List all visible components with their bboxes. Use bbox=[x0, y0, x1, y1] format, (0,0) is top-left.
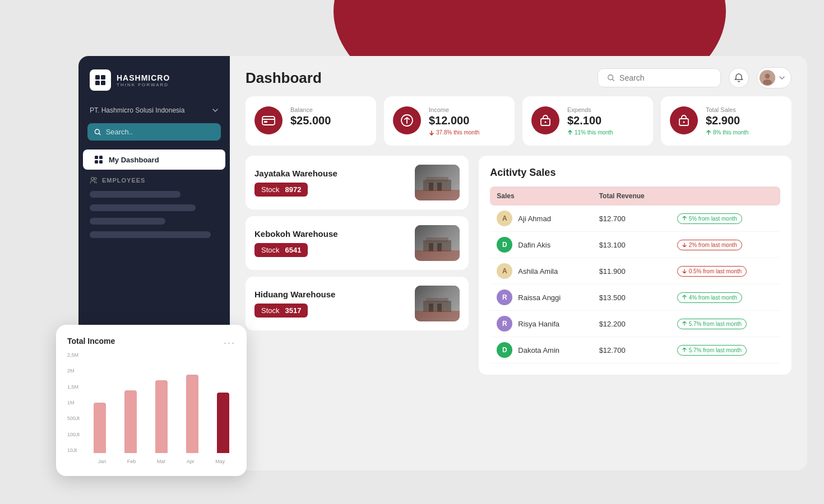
chart-bar[interactable] bbox=[124, 390, 137, 453]
income-value: $12.000 bbox=[429, 114, 506, 127]
warehouse-name: Hiduang Warehouse bbox=[254, 290, 415, 299]
sidebar-item-dashboard[interactable]: My Dashboard bbox=[83, 150, 225, 170]
warehouse-list: Jayataka Warehouse Stock 8972 bbox=[246, 156, 469, 375]
y-label: 100Jt bbox=[67, 432, 85, 437]
sidebar-search-box[interactable] bbox=[87, 123, 221, 141]
chevron-down-icon bbox=[779, 74, 785, 81]
change-badge: 2% from last month bbox=[677, 240, 742, 250]
warehouse-illustration bbox=[423, 295, 451, 312]
stat-card-totalsales: Total Sales $2.900 8% this month bbox=[661, 96, 791, 146]
expends-info: Expends $2.100 11% this month bbox=[567, 106, 644, 136]
balance-value: $25.000 bbox=[290, 114, 367, 127]
bar-group bbox=[87, 352, 113, 453]
notification-button[interactable] bbox=[729, 68, 749, 88]
warehouse-thumbnail-kebokoh bbox=[415, 225, 460, 261]
sidebar-search-input[interactable] bbox=[106, 128, 214, 136]
main-content: Dashboard bbox=[230, 56, 807, 470]
sales-person-cell: A Ashila Amila bbox=[490, 258, 592, 284]
table-row: R Risya Hanifa $12.200 5.7% from last mo… bbox=[490, 311, 780, 337]
stock-label: Stock bbox=[261, 306, 280, 315]
chart-menu-button[interactable]: ... bbox=[224, 335, 235, 347]
chart-bar[interactable] bbox=[94, 403, 106, 453]
header: Dashboard bbox=[230, 56, 807, 96]
thumb-detail bbox=[415, 311, 460, 321]
sidebar-logo: HASHMICRO THINK FORWARD bbox=[78, 69, 230, 102]
table-row: D Dakota Amin $12.700 5.7% from last mon… bbox=[490, 337, 780, 363]
header-right bbox=[598, 67, 791, 88]
svg-rect-16 bbox=[264, 121, 267, 123]
totalsales-icon bbox=[670, 106, 698, 134]
thumb-inner bbox=[415, 165, 460, 200]
warehouse-illustration bbox=[423, 174, 451, 191]
chart-bar[interactable] bbox=[186, 375, 198, 453]
warehouse-thumbnail-jayataka bbox=[415, 165, 460, 200]
dashboard-icon bbox=[94, 155, 103, 164]
chart-header: Total Income ... bbox=[67, 335, 235, 347]
revenue-cell: $13.500 bbox=[592, 284, 670, 311]
svg-rect-23 bbox=[426, 177, 448, 181]
expends-label: Expends bbox=[567, 106, 644, 113]
svg-rect-7 bbox=[95, 160, 98, 164]
skeleton-item bbox=[90, 231, 211, 238]
change-badge: 4% from last month bbox=[677, 292, 742, 303]
up-arrow-icon bbox=[567, 130, 573, 136]
chart-card: Total Income ... 2,5M2M1,5M1M500Jt100Jt1… bbox=[56, 325, 247, 476]
stat-cards: Balance $25.000 Income $12.000 bbox=[246, 96, 791, 146]
stat-card-expends: Expends $2.100 11% this month bbox=[522, 96, 653, 146]
col-change bbox=[670, 186, 780, 206]
warehouse-card-jayataka: Jayataka Warehouse Stock 8972 bbox=[246, 156, 469, 209]
income-icon bbox=[393, 106, 421, 134]
chart-bar[interactable] bbox=[217, 393, 229, 453]
search-icon bbox=[607, 73, 615, 82]
svg-point-14 bbox=[763, 80, 772, 85]
warehouse-info-hiduang: Hiduang Warehouse Stock 3517 bbox=[254, 290, 415, 318]
search-icon bbox=[94, 128, 101, 136]
change-badge: 5% from last month bbox=[677, 213, 742, 224]
change-cell: 4% from last month bbox=[670, 284, 780, 311]
expends-icon bbox=[531, 106, 559, 134]
user-avatar-button[interactable] bbox=[757, 67, 791, 88]
header-search-bar[interactable] bbox=[598, 68, 721, 87]
change-badge: 5.7% from last month bbox=[677, 345, 747, 356]
svg-rect-5 bbox=[95, 156, 98, 159]
revenue-cell: $12.700 bbox=[592, 206, 670, 232]
income-change-text: 37.8% this month bbox=[436, 129, 479, 136]
chevron-down-icon bbox=[212, 107, 219, 114]
svg-rect-27 bbox=[426, 237, 448, 242]
up-arrow-icon bbox=[706, 130, 711, 136]
change-badge: 0.5% from last month bbox=[677, 266, 747, 277]
warehouse-card-hiduang: Hiduang Warehouse Stock 3517 bbox=[246, 277, 469, 330]
thumb-detail bbox=[415, 190, 460, 200]
svg-rect-15 bbox=[262, 116, 275, 125]
company-selector[interactable]: PT. Hashmicro Solusi Indonesia bbox=[78, 102, 230, 119]
change-badge: 5.7% from last month bbox=[677, 319, 747, 329]
change-cell: 5.7% from last month bbox=[670, 311, 780, 337]
bar-group bbox=[149, 352, 174, 453]
section-employees: EMPLOYEES bbox=[78, 171, 230, 188]
svg-point-21 bbox=[683, 122, 685, 123]
sales-name: Ashila Amila bbox=[518, 267, 558, 276]
thumb-inner bbox=[415, 225, 460, 261]
svg-rect-3 bbox=[101, 81, 105, 85]
avatar bbox=[760, 70, 775, 86]
bell-icon bbox=[734, 73, 744, 83]
svg-point-13 bbox=[765, 74, 770, 79]
balance-info: Balance $25.000 bbox=[290, 106, 367, 129]
y-label: 10Jt bbox=[67, 447, 85, 453]
sales-name: Raissa Anggi bbox=[518, 293, 561, 302]
warehouse-name: Kebokoh Warehouse bbox=[254, 229, 415, 239]
svg-point-10 bbox=[94, 178, 96, 180]
down-arrow-icon bbox=[429, 130, 434, 136]
totalsales-svg-icon bbox=[677, 113, 691, 128]
section-employees-label: EMPLOYEES bbox=[102, 177, 145, 184]
change-cell: 2% from last month bbox=[670, 232, 780, 258]
income-change: 37.8% this month bbox=[429, 129, 506, 136]
totalsales-label: Total Sales bbox=[706, 106, 783, 113]
svg-rect-31 bbox=[426, 298, 448, 302]
sales-name: Dakota Amin bbox=[518, 346, 559, 354]
dashboard-label: My Dashboard bbox=[109, 156, 159, 164]
totalsales-change-text: 8% this month bbox=[713, 129, 748, 136]
chart-bar[interactable] bbox=[155, 380, 168, 453]
change-cell: 0.5% from last month bbox=[670, 258, 780, 284]
header-search-input[interactable] bbox=[619, 73, 711, 82]
